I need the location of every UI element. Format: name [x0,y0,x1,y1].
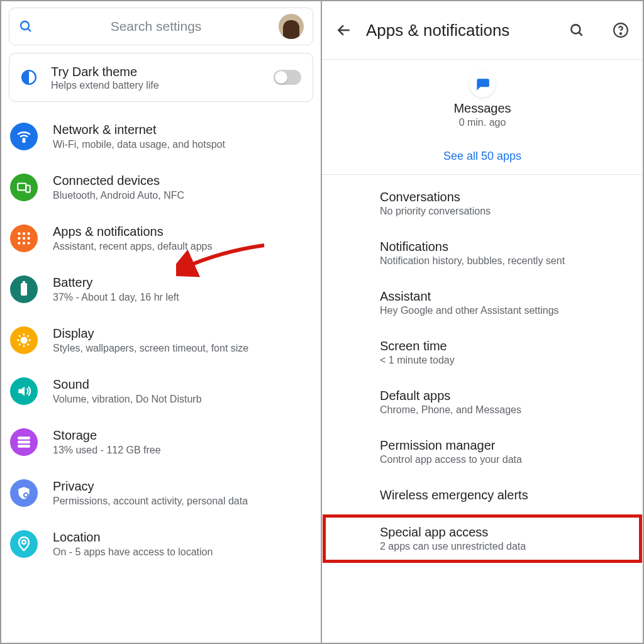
settings-item-devices[interactable]: Connected devices Bluetooth, Android Aut… [9,162,313,213]
settings-item-title: Privacy [53,479,248,494]
option-title: Permission manager [380,438,625,453]
dark-theme-sub: Helps extend battery life [51,80,159,91]
apps-option-default-apps[interactable]: Default apps Chrome, Phone, and Messages [322,377,643,427]
recent-app-section: Messages 0 min. ago See all 50 apps [322,59,643,175]
svg-point-9 [18,236,20,239]
svg-rect-4 [18,183,26,190]
settings-item-sub: 13% used - 112 GB free [53,445,161,456]
apps-option-notifications[interactable]: Notifications Notification history, bubb… [322,228,643,278]
help-icon[interactable] [613,22,629,38]
brightness-icon [10,326,38,354]
apps-option-assistant[interactable]: Assistant Hey Google and other Assistant… [322,278,643,328]
devices-icon [10,174,38,201]
apps-option-special-app-access[interactable]: Special app access 2 apps can use unrest… [322,514,643,564]
option-sub: Notification history, bubbles, recently … [380,255,625,267]
svg-rect-20 [18,445,30,447]
back-icon[interactable] [336,22,352,38]
recent-app-name[interactable]: Messages [322,101,643,116]
see-all-apps-link[interactable]: See all 50 apps [322,150,643,163]
search-placeholder: Search settings [42,19,270,34]
location-icon [10,530,38,558]
svg-point-27 [620,33,621,34]
svg-rect-18 [18,436,30,439]
svg-point-11 [27,236,30,239]
svg-point-17 [21,337,27,343]
settings-item-sub: Volume, vibration, Do Not Disturb [53,394,202,405]
settings-item-location[interactable]: Location On - 5 apps have access to loca… [9,518,313,569]
option-sub: < 1 minute today [380,355,625,366]
settings-item-sub: Assistant, recent apps, default apps [53,241,212,252]
settings-item-sub: On - 5 apps have access to location [53,547,213,558]
svg-rect-16 [23,281,25,283]
svg-point-3 [23,140,25,142]
settings-item-wifi[interactable]: Network & internet Wi-Fi, mobile, data u… [9,111,313,162]
settings-item-title: Storage [53,428,161,443]
settings-item-sub: Permissions, account activity, personal … [53,496,248,507]
settings-item-storage[interactable]: Storage 13% used - 112 GB free [9,416,313,467]
svg-point-14 [27,242,30,244]
settings-item-battery[interactable]: Battery 37% - About 1 day, 16 hr left [9,264,313,314]
svg-point-7 [23,232,25,235]
apps-option-wireless-emergency-alerts[interactable]: Wireless emergency alerts [322,477,643,514]
settings-item-title: Battery [53,275,179,291]
option-title: Conversations [380,190,625,204]
apps-option-conversations[interactable]: Conversations No priority conversations [322,179,643,228]
recent-app-time: 0 min. ago [322,117,643,128]
option-title: Notifications [380,240,625,254]
dark-theme-title: Try Dark theme [51,64,159,80]
profile-avatar[interactable] [279,14,304,39]
svg-point-24 [571,25,580,33]
battery-icon [10,275,38,303]
settings-item-apps[interactable]: Apps & notifications Assistant, recent a… [9,213,313,264]
option-sub: No priority conversations [380,206,625,217]
dark-mode-icon [21,69,37,86]
apps-option-screen-time[interactable]: Screen time < 1 minute today [322,328,643,377]
svg-rect-5 [26,185,30,192]
option-title: Assistant [380,289,625,304]
dark-theme-card[interactable]: Try Dark theme Helps extend battery life [9,53,313,102]
page-title: Apps & notifications [366,21,555,40]
svg-point-13 [23,242,25,244]
svg-point-6 [18,232,20,235]
settings-item-sub: Styles, wallpapers, screen timeout, font… [53,343,248,354]
settings-item-title: Apps & notifications [53,224,212,240]
svg-point-22 [22,540,26,544]
apps-notifications-pane: Apps & notifications Messages 0 min. ago… [322,1,643,643]
svg-point-10 [23,236,25,239]
option-sub: Control app access to your data [380,454,625,465]
option-title: Screen time [380,339,625,353]
option-sub: Chrome, Phone, and Messages [380,404,625,416]
settings-item-title: Display [53,326,248,341]
svg-rect-19 [18,440,30,443]
option-title: Special app access [380,525,625,540]
search-icon[interactable] [569,22,585,38]
svg-line-25 [579,32,582,35]
settings-item-volume[interactable]: Sound Volume, vibration, Do Not Disturb [9,365,313,416]
storage-icon [10,428,38,456]
settings-item-brightness[interactable]: Display Styles, wallpapers, screen timeo… [9,314,313,365]
apps-icon [10,225,38,252]
settings-item-title: Sound [53,377,202,392]
option-sub: Hey Google and other Assistant settings [380,305,625,316]
svg-point-0 [21,21,29,30]
settings-item-title: Location [53,530,213,545]
search-icon [18,19,33,34]
option-title: Wireless emergency alerts [380,488,625,502]
settings-root-pane: Search settings Try Dark theme Helps ext… [1,1,322,643]
svg-point-12 [18,242,20,244]
apps-header: Apps & notifications [322,1,643,59]
privacy-icon [10,479,38,507]
settings-item-sub: Wi-Fi, mobile, data usage, and hotspot [53,139,225,150]
svg-line-1 [28,28,31,31]
volume-icon [10,377,38,405]
option-sub: 2 apps can use unrestricted data [380,541,625,552]
apps-option-permission-manager[interactable]: Permission manager Control app access to… [322,427,643,477]
svg-rect-15 [21,283,27,296]
messages-app-icon[interactable] [469,71,496,97]
settings-item-title: Connected devices [53,173,184,189]
apps-options-list: Conversations No priority conversations … [322,175,643,564]
search-settings[interactable]: Search settings [9,8,313,45]
settings-item-privacy[interactable]: Privacy Permissions, account activity, p… [9,467,313,518]
option-title: Default apps [380,389,625,403]
dark-theme-toggle[interactable] [274,70,301,85]
